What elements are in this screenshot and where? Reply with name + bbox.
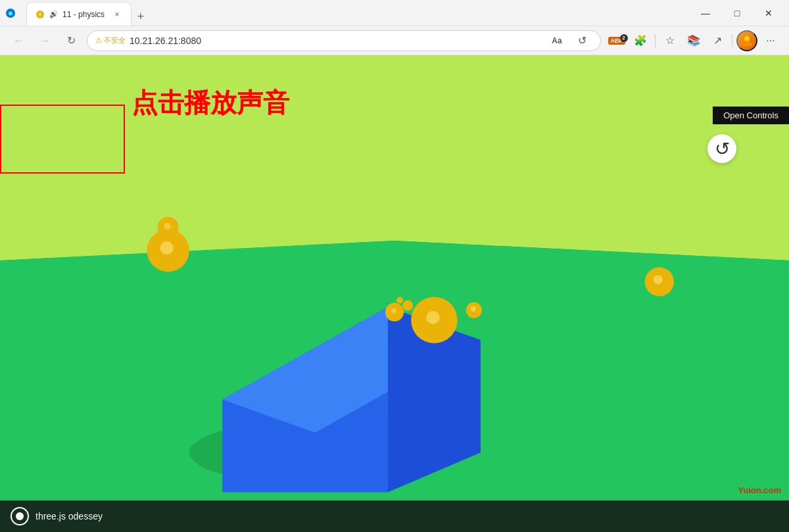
svg-point-22 [160,241,174,254]
minimize-button[interactable]: — [690,0,721,26]
adblocker-button[interactable]: ABP 2 [606,30,627,51]
adblocker-count: 2 [620,34,628,42]
svg-point-16 [391,308,396,314]
favorites-button[interactable]: ☆ [659,30,681,51]
nav-bar: ← → ↻ ⚠ 不安全 Aa ↺ ABP 2 🧩 ☆ 📚 ↗ [0,26,789,55]
tab-title: 11 - physics [62,10,107,19]
refresh-button[interactable]: ↻ [60,30,82,51]
security-indicator: ⚠ 不安全 [95,36,126,45]
tab-favicon [35,9,45,20]
scene-container: 点击播放声音 Open Controls ↺ Yuion.com three.j… [0,55,789,532]
refresh-icon-button[interactable]: ↺ [571,30,592,51]
nav-separator-2 [732,34,732,47]
warning-icon: ⚠ [95,36,102,45]
more-button[interactable]: ··· [760,30,781,51]
nav-actions: ABP 2 🧩 ☆ 📚 ↗ ··· [606,30,781,51]
new-tab-button[interactable]: + [132,7,150,26]
title-bar: 🔊 11 - physics × + — □ ✕ [0,0,789,26]
tab-bar: 🔊 11 - physics × + [26,0,688,26]
security-text: 不安全 [104,36,126,45]
nav-separator [655,34,656,47]
footer-logo [11,507,29,525]
tab-close-button[interactable]: × [111,9,123,20]
profile-button[interactable] [736,30,757,51]
maximize-button[interactable]: □ [722,0,752,26]
svg-point-20 [654,275,663,284]
svg-point-24 [164,223,171,230]
adblocker-badge: ABP 2 [608,37,625,45]
read-aloud-button[interactable]: Aa [546,30,567,51]
extensions-button[interactable]: 🧩 [630,30,651,51]
window-controls [5,8,18,18]
close-button[interactable]: ✕ [753,0,784,26]
collections-button[interactable]: 📚 [683,30,704,51]
svg-point-2 [744,36,750,41]
footer-text: three.js odessey [36,511,103,521]
back-button[interactable]: ← [8,30,29,51]
share-button[interactable]: ↗ [707,30,728,51]
browser-icon [5,8,16,18]
browser-window: 🔊 11 - physics × + — □ ✕ ← → ↻ ⚠ 不安全 Aa [0,0,789,532]
svg-point-18 [396,297,403,304]
watermark: Yuion.com [738,485,781,495]
browser-tab[interactable]: 🔊 11 - physics × [26,2,132,26]
forward-button[interactable]: → [34,30,55,51]
svg-point-26 [16,512,24,520]
svg-point-12 [426,311,439,324]
address-bar[interactable]: ⚠ 不安全 Aa ↺ [87,30,601,51]
footer-bar: three.js odessey [0,500,789,532]
scene-svg [0,55,789,532]
svg-point-17 [402,301,413,311]
open-controls-button[interactable]: Open Controls [713,107,789,124]
tab-audio-icon: 🔊 [49,10,59,18]
svg-point-14 [471,306,476,312]
title-controls: — □ ✕ [690,0,784,26]
refresh-overlay-button[interactable]: ↺ [707,134,736,163]
address-input[interactable] [130,36,542,46]
web-content[interactable]: 点击播放声音 Open Controls ↺ Yuion.com three.j… [0,55,789,532]
